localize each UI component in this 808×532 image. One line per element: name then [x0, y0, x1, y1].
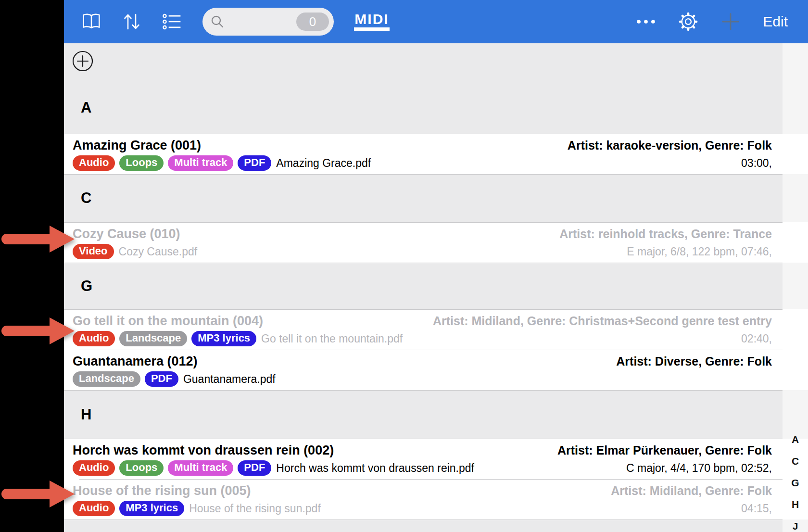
section-letter: A — [81, 99, 91, 116]
song-file-name: House of the rising sun.pdf — [189, 502, 321, 515]
song-title: House of the rising sun (005) — [73, 482, 606, 499]
index-letter-c[interactable]: C — [783, 456, 808, 467]
more-icon[interactable] — [636, 12, 656, 32]
badge-audio: Audio — [73, 460, 115, 476]
badge-audio: Audio — [73, 331, 115, 346]
badge-list: LandscapePDF — [73, 371, 178, 387]
section-letter: H — [81, 406, 91, 423]
add-song-button[interactable] — [72, 51, 93, 72]
search-icon — [210, 14, 225, 29]
badge-video: Video — [73, 244, 114, 259]
badge-loops: Loops — [119, 155, 164, 171]
section-letter: C — [81, 190, 91, 207]
annotation-arrow — [1, 480, 75, 508]
badge-multi-track: Multi track — [168, 155, 233, 171]
badge-audio: Audio — [73, 501, 115, 516]
song-row-house-of-the-rising-sun[interactable]: House of the rising sun (005) AudioMP3 l… — [64, 479, 808, 519]
sort-icon[interactable] — [122, 12, 142, 32]
badge-mp3-lyrics: MP3 lyrics — [191, 331, 256, 346]
song-title: Go tell it on the mountain (004) — [73, 313, 428, 329]
search-count-badge: 0 — [296, 13, 329, 31]
badge-list: AudioLoopsMulti trackPDF — [73, 460, 271, 476]
book-icon[interactable] — [81, 12, 101, 32]
song-artist-genre: Artist: Midiland, Genre: Folk — [611, 482, 772, 499]
songbook-app-window: 0 MIDI — [64, 0, 808, 532]
badge-pdf: PDF — [145, 371, 178, 387]
section-header-c: C — [64, 174, 808, 222]
alphabet-index[interactable]: ACGHJ — [783, 43, 808, 532]
index-letter-g[interactable]: G — [783, 477, 808, 489]
song-file-name: Amazing Grace.pdf — [276, 157, 371, 170]
song-artist-genre: Artist: Midiland, Genre: Christmas+Secon… — [433, 313, 772, 329]
index-letter-a[interactable]: A — [783, 434, 808, 445]
midi-logo[interactable]: MIDI — [354, 12, 390, 31]
annotation-arrow — [1, 317, 75, 345]
song-row-horch[interactable]: Horch was kommt von draussen rein (002) … — [64, 439, 808, 479]
song-row-cozy-cause[interactable]: Cozy Cause (010) Video Cozy Cause.pdf Ar… — [64, 222, 808, 263]
song-details: E major, 6/8, 122 bpm, 07:46, — [559, 243, 772, 260]
song-details: 03:00, — [568, 155, 772, 171]
settings-gear-icon[interactable] — [678, 12, 698, 32]
song-row-amazing-grace[interactable]: Amazing Grace (001) AudioLoopsMulti trac… — [64, 134, 808, 174]
song-details: 02:40, — [433, 330, 772, 347]
badge-list: Video — [73, 244, 114, 259]
badge-multi-track: Multi track — [168, 460, 233, 476]
song-title: Horch was kommt von draussen rein (002) — [73, 442, 553, 458]
song-file-name: Horch was kommt von draussen rein.pdf — [276, 462, 474, 475]
song-artist-genre: Artist: Diverse, Genre: Folk — [616, 353, 772, 369]
song-title: Cozy Cause (010) — [73, 226, 555, 242]
song-row-guantanamera[interactable]: Guantanamera (012) LandscapePDF Guantana… — [64, 350, 808, 390]
song-title: Amazing Grace (001) — [73, 137, 563, 153]
edit-button[interactable]: Edit — [763, 0, 788, 43]
midi-logo-text: MIDI — [354, 12, 389, 26]
badge-list: AudioLandscapeMP3 lyrics — [73, 331, 256, 346]
badge-pdf: PDF — [238, 155, 271, 171]
badge-landscape: Landscape — [73, 371, 140, 387]
song-list: A Amazing Grace (001) AudioLoopsMulti tr… — [64, 43, 808, 532]
section-header-g: G — [64, 263, 808, 309]
badge-landscape: Landscape — [119, 331, 187, 346]
song-details: 04:15, — [611, 500, 772, 517]
section-header-h: H — [64, 390, 808, 439]
search-field[interactable]: 0 — [202, 8, 334, 36]
song-file-name: Go tell it on the mountain.pdf — [261, 332, 403, 345]
annotation-arrow — [1, 225, 75, 253]
badge-loops: Loops — [119, 460, 164, 476]
song-details: C major, 4/4, 170 bpm, 02:52, — [557, 460, 772, 476]
midi-logo-bar — [354, 27, 390, 31]
section-letter: G — [81, 278, 92, 295]
index-letter-j[interactable]: J — [783, 520, 808, 532]
badge-list: AudioMP3 lyrics — [73, 501, 184, 516]
search-input[interactable] — [228, 14, 296, 30]
toolbar: 0 MIDI — [64, 0, 808, 43]
section-header-a: A — [64, 43, 808, 134]
badge-list: AudioLoopsMulti trackPDF — [73, 155, 271, 171]
index-letter-h[interactable]: H — [783, 499, 808, 510]
badge-pdf: PDF — [238, 460, 271, 476]
badge-mp3-lyrics: MP3 lyrics — [119, 501, 184, 516]
badge-audio: Audio — [73, 155, 115, 171]
section-header-j — [64, 519, 808, 532]
song-title: Guantanamera (012) — [73, 353, 611, 369]
song-file-name: Cozy Cause.pdf — [119, 245, 198, 258]
list-icon[interactable] — [162, 12, 182, 32]
song-row-go-tell-it[interactable]: Go tell it on the mountain (004) AudioLa… — [64, 309, 808, 350]
song-artist-genre: Artist: Elmar Pürkenauer, Genre: Folk — [557, 442, 772, 458]
song-artist-genre: Artist: reinhold tracks, Genre: Trance — [559, 226, 772, 242]
add-icon[interactable] — [720, 12, 741, 32]
song-artist-genre: Artist: karaoke-version, Genre: Folk — [568, 137, 772, 153]
song-file-name: Guantanamera.pdf — [183, 373, 276, 386]
